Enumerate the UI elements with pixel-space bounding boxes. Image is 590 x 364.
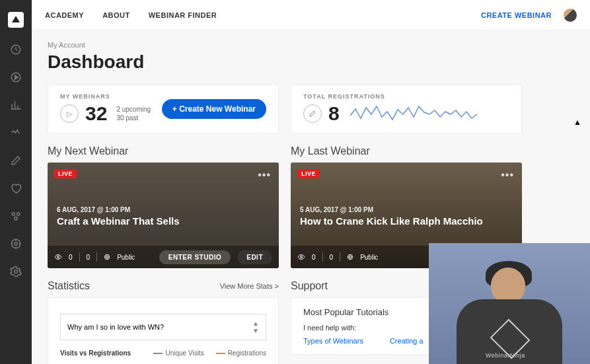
past-count: 30 past [116,114,151,122]
svg-point-5 [15,217,18,221]
globe-icon [347,254,353,260]
statistics-card: Why am I so in love with WN? ▲▼ Visits v… [48,297,279,364]
support-link-types[interactable]: Types of Webinars [303,337,363,345]
enter-studio-button[interactable]: ENTER STUDIO [159,250,231,264]
integrations-icon[interactable] [10,210,22,222]
shirt-brand-text: WebinarNinja [486,352,525,359]
my-webinars-label: MY WEBINARS [60,93,151,100]
svg-marker-0 [12,16,20,22]
heart-icon[interactable] [10,182,22,194]
breadcrumb: My Account [48,41,574,49]
regs-count: 0 [87,254,91,261]
view-more-stats-link[interactable]: View More Stats > [220,282,279,290]
views-icon [297,253,305,261]
last-webinar-date: 5 AUG, 2017 @ 1:00 PM [300,206,373,213]
next-webinar-heading: My Next Webinar [48,145,279,157]
legend-title: Visits vs Registrations [60,349,131,357]
total-regs-label: TOTAL REGISTRATIONS [303,93,482,100]
next-webinar-date: 6 AUG, 2017 @ 1:00 PM [57,206,130,213]
presenter-figure: WebinarNinja [457,265,562,364]
svg-point-11 [301,256,303,258]
last-webinar-heading: My Last Webinar [291,145,522,157]
sparkline-chart [350,104,482,124]
views-count: 0 [312,254,316,261]
my-webinars-count: 32 [85,102,107,125]
page-title: Dashboard [48,52,574,73]
live-badge: LIVE [54,169,77,178]
support-link-creating[interactable]: Creating a [390,337,424,345]
svg-point-9 [57,256,59,258]
visibility-label: Public [360,254,378,261]
play-circle-icon: ▷ [60,104,79,123]
live-badge: LIVE [297,169,320,178]
logo-icon[interactable] [8,12,24,28]
my-webinars-card: MY WEBINARS ▷ 32 2 upcoming 30 past + Cr… [48,85,279,133]
regs-count: 0 [330,254,334,261]
select-value: Why am I so in love with WN? [67,323,164,331]
engage-icon[interactable] [10,127,22,139]
sidebar [0,0,32,364]
card-menu-icon[interactable]: ••• [501,169,514,181]
nav-webinar-finder[interactable]: WEBINAR FINDER [149,11,217,19]
nav-academy[interactable]: ACADEMY [45,11,84,19]
video-overlay[interactable]: WebinarNinja [429,243,590,364]
play-icon[interactable] [10,71,22,83]
dashboard-icon[interactable] [10,44,22,55]
next-webinar-card[interactable]: LIVE ••• 6 AUG, 2017 @ 1:00 PM Craft a W… [48,163,279,268]
settings-icon[interactable] [10,266,22,277]
legend-unique-visits: Unique Visits [153,349,203,357]
statistics-heading: Statistics [48,280,90,292]
edit-button[interactable]: EDIT [237,250,272,264]
edit-circle-icon [303,104,322,123]
topnav: ACADEMY ABOUT WEBINAR FINDER CREATE WEBI… [32,0,590,30]
last-webinar-title: How to Crane Kick Like Ralph Macchio [300,215,483,227]
globe-icon [104,254,110,260]
svg-point-8 [15,270,18,273]
card-menu-icon[interactable]: ••• [258,169,271,181]
views-count: 0 [69,254,73,261]
help-icon[interactable] [10,238,22,250]
nav-about[interactable]: ABOUT [102,11,130,19]
create-new-webinar-button[interactable]: + Create New Webinar [162,99,266,119]
views-icon [54,253,62,261]
svg-point-4 [17,213,20,216]
svg-point-7 [15,242,18,246]
svg-point-3 [12,213,15,216]
legend-registrations: Registrations [216,349,266,357]
visibility-label: Public [117,254,135,261]
main: ACADEMY ABOUT WEBINAR FINDER CREATE WEBI… [32,0,590,364]
upcoming-count: 2 upcoming [116,105,151,114]
next-webinar-title: Craft a Webinar That Sells [57,215,180,227]
avatar[interactable] [564,9,577,22]
edit-icon[interactable] [10,155,22,166]
create-webinar-link[interactable]: CREATE WEBINAR [481,11,552,19]
total-registrations-card: TOTAL REGISTRATIONS 8 [291,85,522,133]
stats-icon[interactable] [10,99,22,111]
total-regs-count: 8 [328,102,340,125]
select-arrows-icon: ▲▼ [252,320,259,334]
webinar-select[interactable]: Why am I so in love with WN? ▲▼ [60,314,266,340]
